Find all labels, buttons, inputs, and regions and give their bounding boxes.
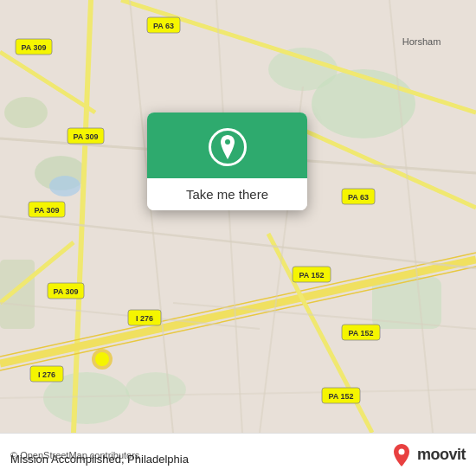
svg-point-2 — [268, 48, 338, 91]
svg-point-7 — [4, 97, 48, 128]
popup-header — [147, 113, 307, 178]
svg-text:PA 309: PA 309 — [34, 206, 59, 215]
map-container: PA 309 PA 63 PA 309 PA 309 PA 309 PA 63 … — [0, 0, 476, 433]
popup-card: Take me there — [147, 113, 307, 210]
svg-point-53 — [225, 139, 230, 145]
svg-text:PA 309: PA 309 — [21, 43, 46, 52]
svg-text:PA 152: PA 152 — [328, 392, 353, 401]
svg-point-6 — [125, 372, 186, 407]
svg-text:I 276: I 276 — [38, 370, 55, 379]
svg-text:PA 63: PA 63 — [153, 22, 174, 30]
location-icon — [209, 128, 247, 166]
svg-point-52 — [95, 352, 109, 366]
svg-text:PA 309: PA 309 — [73, 132, 98, 141]
location-label: Mission Accomplished, Philadelphia — [10, 453, 433, 466]
svg-text:PA 152: PA 152 — [299, 271, 324, 280]
map-background: PA 309 PA 63 PA 309 PA 309 PA 309 PA 63 … — [0, 0, 476, 433]
svg-text:PA 152: PA 152 — [348, 329, 373, 338]
svg-text:Horsham: Horsham — [402, 36, 441, 47]
svg-rect-8 — [0, 260, 35, 329]
svg-text:I 276: I 276 — [136, 314, 153, 323]
svg-point-9 — [49, 176, 80, 196]
svg-text:PA 63: PA 63 — [348, 193, 369, 202]
take-me-there-button[interactable]: Take me there — [147, 178, 307, 210]
svg-text:PA 309: PA 309 — [53, 287, 78, 296]
